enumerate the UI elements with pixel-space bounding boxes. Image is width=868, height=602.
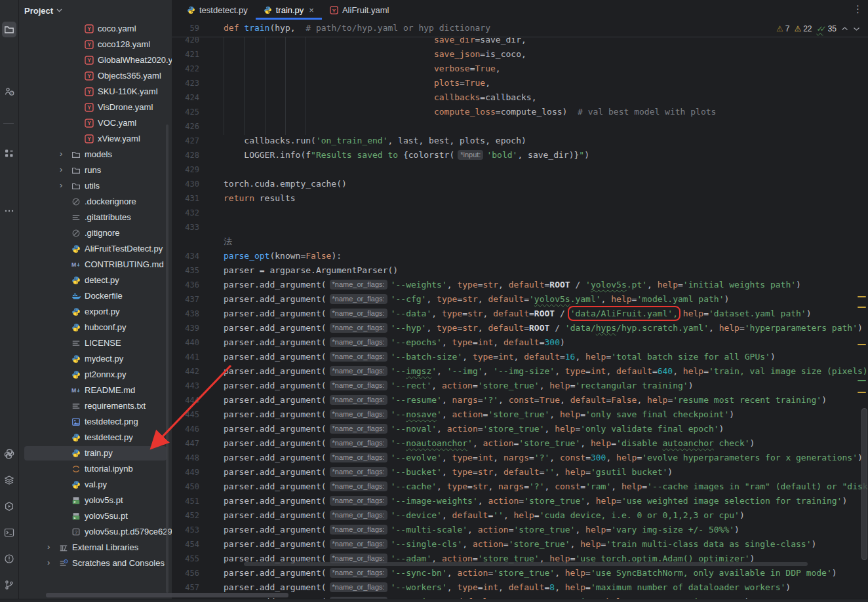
tab-testdetect-py[interactable]: testdetect.py (179, 0, 256, 20)
tree-item-globalwheat2020-yaml[interactable]: YGlobalWheat2020.yaml (19, 52, 172, 68)
code-review-icon[interactable]: ? (2, 84, 16, 100)
error-stripe-mark[interactable] (858, 392, 866, 393)
tree-item-voc-yaml[interactable]: YVOC.yaml (19, 115, 172, 131)
code-line-438[interactable]: 438parser.add_argument(*name_or_flags:'-… (172, 307, 868, 321)
code-line-423[interactable]: 423 plots=True, (172, 76, 868, 90)
tree-item-license[interactable]: LICENSE (19, 335, 172, 351)
code-line-429[interactable]: 429 (172, 162, 868, 177)
tree-item-models[interactable]: ›models (19, 147, 172, 162)
chevron-right-icon[interactable]: › (60, 149, 68, 159)
code-line-440[interactable]: 440parser.add_argument(*name_or_flags:'-… (172, 335, 868, 350)
project-tool-icon[interactable] (2, 22, 16, 37)
project-header[interactable]: Project (24, 3, 62, 18)
tree-item-detect-py[interactable]: detect.py (19, 273, 172, 288)
code-line-447[interactable]: 447parser.add_argument(*name_or_flags:'-… (172, 436, 868, 451)
code-line-435[interactable]: 435parser = argparse.ArgumentParser() (172, 263, 868, 278)
tree-item-dockerfile[interactable]: Dockerfile (19, 288, 172, 304)
code-line-451[interactable]: 451parser.add_argument(*name_or_flags:'-… (172, 494, 868, 508)
tree-item-runs[interactable]: ›runs (19, 162, 172, 178)
code-line-439[interactable]: 439parser.add_argument(*name_or_flags:'-… (172, 321, 868, 335)
tree-item-utils[interactable]: ›utils (19, 178, 172, 194)
code-line-431[interactable]: 431return results (172, 191, 868, 206)
code-vision-hint-row[interactable]: 法 (172, 235, 868, 249)
code-editor[interactable]: 420 save_dir=save_dir,421 save_json=is_c… (172, 0, 868, 602)
code-line-446[interactable]: 446parser.add_argument(*name_or_flags:'-… (172, 422, 868, 436)
error-stripe-mark[interactable] (858, 307, 866, 308)
code-line-454[interactable]: 454parser.add_argument(*name_or_flags:'-… (172, 537, 868, 552)
tree-item--gitignore[interactable]: .gitignore (19, 225, 172, 241)
code-line-425[interactable]: 425 compute_loss=compute_loss) # val bes… (172, 105, 868, 119)
code-line-434[interactable]: 434parse_opt(known=False): (172, 249, 868, 263)
editor-horizontal-scrollbar[interactable] (244, 562, 808, 566)
tree-item-sku-110k-yaml[interactable]: YSKU-110K.yaml (19, 84, 172, 100)
code-line-432[interactable]: 432 (172, 206, 868, 220)
tree-item-pt2onnx-py[interactable]: pt2onnx.py (19, 367, 172, 383)
tree-item--gitattributes[interactable]: .gitattributes (19, 210, 172, 225)
code-line-445[interactable]: 445parser.add_argument(*name_or_flags:'-… (172, 407, 868, 422)
tree-item-export-py[interactable]: export.py (19, 304, 172, 320)
tree-item-requirements-txt[interactable]: requirements.txt (19, 398, 172, 414)
tree-item-val-py[interactable]: val.py (19, 477, 172, 493)
tree-item-objects365-yaml[interactable]: YObjects365.yaml (19, 68, 172, 84)
tree-item-external-libraries[interactable]: ›External Libraries (19, 540, 172, 555)
code-line-433[interactable]: 433 (172, 220, 868, 235)
tree-item-alifruittestdetect-py[interactable]: AliFruitTestDetect.py (19, 241, 172, 257)
code-line-424[interactable]: 424 callbacks=callbacks, (172, 90, 868, 105)
error-stripe-mark[interactable] (858, 296, 866, 297)
tree-item-xview-yaml[interactable]: YxView.yaml (19, 131, 172, 147)
code-line-430[interactable]: 430torch.cuda.empty_cache() (172, 177, 868, 191)
tree-item-tutorial-ipynb[interactable]: tutorial.ipynb (19, 461, 172, 477)
code-line-421[interactable]: 421 save_json=is_coco, (172, 47, 868, 62)
chevron-right-icon[interactable]: › (47, 557, 55, 567)
code-line-449[interactable]: 449parser.add_argument(*name_or_flags:'-… (172, 465, 868, 480)
next-problem-icon[interactable] (853, 26, 860, 31)
tree-item-train-py[interactable]: train.py (19, 445, 172, 461)
tree-item-testdetect-png[interactable]: testdetect.png (19, 414, 172, 430)
warning-indicator[interactable]: ⚠22 (794, 24, 812, 33)
code-line-441[interactable]: 441parser.add_argument(*name_or_flags:'-… (172, 350, 868, 364)
tree-item-yolov5su-pt[interactable]: cyolov5su.pt (19, 508, 172, 524)
code-line-442[interactable]: 442parser.add_argument(*name_or_flags:'-… (172, 364, 868, 379)
tree-item-hubconf-py[interactable]: hubconf.py (19, 320, 172, 335)
code-line-426[interactable]: 426 (172, 119, 868, 134)
terminal-icon[interactable] (2, 525, 16, 540)
close-icon[interactable]: × (309, 5, 314, 15)
code-line-450[interactable]: 450parser.add_argument(*name_or_flags:'-… (172, 480, 868, 494)
git-icon[interactable] (2, 577, 16, 593)
tree-item-coco-yaml[interactable]: Ycoco.yaml (19, 21, 172, 37)
tree-item-yolov5su-pt-d579ce629da74[interactable]: ?yolov5su.pt.d579ce629da74 (19, 524, 172, 540)
tree-item--dockerignore[interactable]: .dockerignore (19, 194, 172, 210)
code-line-444[interactable]: 444parser.add_argument(*name_or_flags:'-… (172, 393, 868, 407)
code-line-448[interactable]: 448parser.add_argument(*name_or_flags:'-… (172, 451, 868, 465)
tab-alifruit-yaml[interactable]: YAliFruit.yaml (322, 0, 397, 20)
code-line-427[interactable]: 427 callbacks.run('on_train_end', last, … (172, 134, 868, 148)
editor-vertical-scrollbar[interactable] (861, 408, 867, 560)
inspections-widget[interactable]: ⚠7⚠22✓✓35 (772, 22, 860, 35)
error-stripe-mark[interactable] (858, 380, 866, 381)
packages-icon[interactable] (2, 472, 16, 488)
tree-item-yolov5s-pt[interactable]: cyolov5s.pt (19, 493, 172, 508)
code-line-453[interactable]: 453parser.add_argument(*name_or_flags:'-… (172, 523, 868, 537)
chevron-right-icon[interactable]: › (47, 542, 55, 552)
previous-problem-icon[interactable] (841, 26, 848, 31)
tree-item-contributing-md[interactable]: MCONTRIBUTING.md (19, 257, 172, 273)
tree-item-scratches-and-consoles[interactable]: ›Scratches and Consoles (19, 555, 172, 571)
tree-item-coco128-yaml[interactable]: Ycoco128.yaml (19, 37, 172, 52)
chevron-right-icon[interactable]: › (60, 164, 68, 174)
more-tools-icon[interactable] (2, 203, 16, 219)
tree-item-visdrone-yaml[interactable]: YVisDrone.yaml (19, 100, 172, 115)
problems-icon[interactable] (2, 551, 16, 567)
python-console-icon[interactable] (2, 446, 16, 462)
tree-item-readme-md[interactable]: MREADME.md (19, 383, 172, 398)
sidebar-horizontal-scrollbar[interactable] (46, 593, 288, 597)
code-line-428[interactable]: 428 LOGGER.info(f"Results saved to {colo… (172, 148, 868, 162)
error-stripe-mark[interactable] (858, 344, 866, 345)
tab-options-icon[interactable]: ⋮ (853, 3, 863, 15)
tab-train-py[interactable]: train.py× (256, 0, 322, 20)
chevron-right-icon[interactable]: › (60, 180, 68, 190)
structure-icon[interactable] (2, 145, 16, 161)
weak-warning-indicator[interactable]: ⚠7 (776, 24, 789, 33)
services-icon[interactable] (2, 499, 16, 514)
code-line-437[interactable]: 437parser.add_argument(*name_or_flags:'-… (172, 292, 868, 307)
tree-item-testdetect-py[interactable]: testdetect.py (19, 430, 172, 445)
